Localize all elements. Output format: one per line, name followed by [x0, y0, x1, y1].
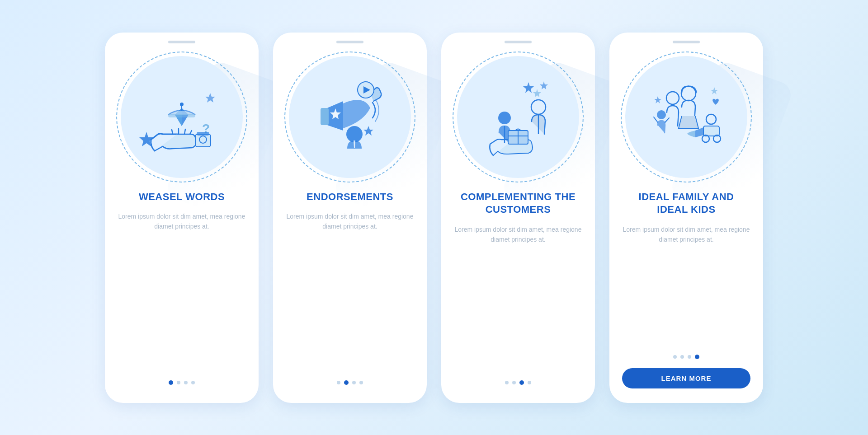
- card-title-weasel: WEASEL WORDS: [139, 191, 225, 204]
- svg-text:?: ?: [202, 122, 210, 136]
- dot-2: [344, 380, 349, 385]
- dot-2: [177, 381, 180, 384]
- svg-point-17: [358, 82, 374, 98]
- dot-3: [184, 381, 188, 384]
- svg-marker-23: [533, 89, 541, 97]
- learn-more-button[interactable]: LEARN MORE: [622, 368, 750, 388]
- card-title-endorsements: ENDORSEMENTS: [307, 191, 393, 204]
- dots-weasel: [169, 380, 195, 385]
- svg-marker-16: [330, 108, 341, 119]
- svg-marker-44: [711, 87, 718, 94]
- dot-3: [352, 381, 356, 384]
- svg-line-37: [654, 117, 658, 122]
- svg-rect-12: [195, 134, 211, 147]
- svg-line-38: [665, 118, 669, 122]
- svg-point-19: [346, 126, 363, 142]
- svg-line-6: [190, 131, 192, 134]
- svg-marker-24: [540, 81, 548, 89]
- dot-1: [673, 355, 677, 359]
- svg-marker-18: [363, 86, 370, 94]
- svg-marker-43: [654, 96, 661, 103]
- phone-card-complementing: COMPLEMENTING THE CUSTOMERS Lorem ipsum …: [441, 33, 595, 403]
- dots-endorsements: [337, 380, 363, 385]
- dot-2: [512, 381, 516, 384]
- svg-rect-13: [197, 132, 209, 136]
- complementing-svg: [468, 67, 568, 167]
- endorsements-svg: [300, 67, 400, 167]
- card-body-weasel: Lorem ipsum dolor sit dim amet, mea regi…: [118, 211, 246, 375]
- svg-point-36: [657, 110, 666, 119]
- svg-point-35: [681, 86, 696, 101]
- svg-line-3: [172, 130, 173, 134]
- dot-1: [337, 381, 340, 384]
- svg-marker-1: [205, 93, 215, 103]
- svg-marker-21: [363, 126, 373, 136]
- svg-rect-40: [703, 126, 719, 136]
- illustration-endorsements: [289, 56, 411, 178]
- svg-point-14: [199, 136, 207, 143]
- svg-point-41: [702, 135, 709, 142]
- weasel-words-svg: ?: [132, 67, 231, 167]
- phone-card-weasel-words: ?: [105, 33, 259, 403]
- svg-marker-8: [175, 108, 182, 126]
- dot-3: [688, 355, 691, 359]
- svg-rect-31: [508, 131, 528, 144]
- svg-line-5: [184, 129, 185, 134]
- dots-complementing: [505, 380, 531, 385]
- dot-4: [359, 381, 363, 384]
- svg-point-30: [517, 133, 521, 136]
- illustration-ideal-family: [625, 56, 747, 178]
- phone-card-ideal-family: IDEAL FAMILY AND IDEAL KIDS Lorem ipsum …: [609, 33, 763, 403]
- card-body-ideal-family: Lorem ipsum dolor sit dim amet, mea regi…: [622, 225, 750, 350]
- dot-3: [519, 380, 524, 385]
- svg-marker-22: [523, 82, 534, 93]
- ideal-family-svg: [637, 67, 736, 167]
- svg-line-29: [510, 133, 517, 134]
- dot-1: [505, 381, 509, 384]
- svg-marker-7: [175, 108, 189, 126]
- dot-4: [191, 381, 195, 384]
- svg-point-25: [531, 100, 546, 114]
- card-body-endorsements: Lorem ipsum dolor sit dim amet, mea regi…: [286, 211, 414, 375]
- svg-point-27: [498, 112, 511, 124]
- dot-4: [695, 355, 699, 359]
- svg-marker-0: [139, 132, 154, 146]
- svg-point-34: [666, 92, 679, 104]
- dot-2: [680, 355, 684, 359]
- dots-ideal-family: [673, 355, 699, 359]
- svg-rect-9: [168, 114, 195, 117]
- svg-point-42: [713, 135, 721, 142]
- dot-4: [528, 381, 531, 384]
- svg-rect-15: [321, 108, 329, 125]
- phone-card-endorsements: ENDORSEMENTS Lorem ipsum dolor sit dim a…: [273, 33, 427, 403]
- illustration-weasel-words: ?: [121, 56, 243, 178]
- card-body-complementing: Lorem ipsum dolor sit dim amet, mea regi…: [454, 225, 582, 376]
- cards-container: ?: [105, 33, 763, 403]
- svg-point-39: [706, 114, 716, 124]
- svg-marker-20: [354, 140, 355, 148]
- card-title-complementing: COMPLEMENTING THE CUSTOMERS: [454, 191, 582, 216]
- dot-1: [169, 380, 173, 385]
- card-title-ideal-family: IDEAL FAMILY AND IDEAL KIDS: [622, 191, 750, 216]
- svg-point-11: [180, 103, 184, 106]
- illustration-complementing: [457, 56, 579, 178]
